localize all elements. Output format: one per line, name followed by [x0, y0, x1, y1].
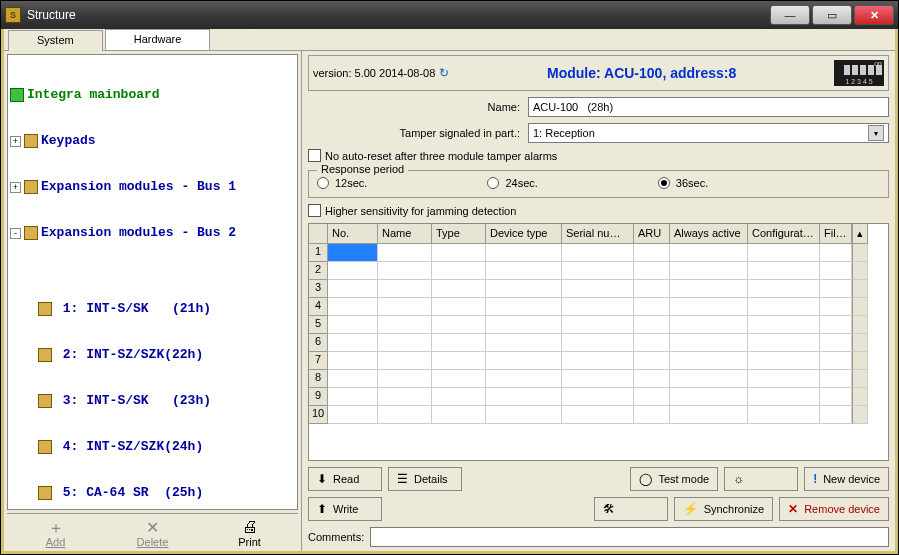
folder-icon [24, 134, 38, 148]
window-title: Structure [27, 8, 76, 22]
radio-12sec[interactable] [317, 177, 329, 189]
table-row[interactable]: 4 [309, 298, 888, 316]
table-row[interactable]: 2 [309, 262, 888, 280]
dip-switch: on 1 2 3 4 5 [834, 60, 884, 86]
board-icon [10, 88, 24, 102]
table-row[interactable]: 1 [309, 244, 888, 262]
test-mode-button[interactable]: ◯Test mode [630, 467, 718, 491]
tabstrip: System Hardware [4, 29, 895, 51]
tree-node-bus2[interactable]: -Expansion modules - Bus 2 [10, 225, 295, 241]
tree-item[interactable]: 2: INT-SZ/SZK(22h) [38, 347, 295, 363]
left-toolbar: ＋ Add ✕ Delete 🖨 Print [7, 513, 298, 548]
tree-item[interactable]: 4: INT-SZ/SZK(24h) [38, 439, 295, 455]
icon-button[interactable]: ☼ [724, 467, 798, 491]
table-row[interactable]: 8 [309, 370, 888, 388]
details-button[interactable]: ☰Details [388, 467, 462, 491]
folder-icon [24, 180, 38, 194]
scroll-up-icon[interactable]: ▴ [852, 224, 868, 244]
chevron-down-icon: ▾ [868, 125, 884, 141]
module-icon [38, 348, 52, 362]
circle-icon: ◯ [639, 472, 652, 486]
refresh-icon[interactable]: ↻ [439, 66, 449, 80]
close-button[interactable]: ✕ [854, 5, 894, 25]
module-icon [38, 394, 52, 408]
radio-24sec[interactable] [487, 177, 499, 189]
action-bar: ⬇Read ☰Details ⬆Write ◯Test mode ☼ !New … [308, 467, 889, 521]
collapse-icon[interactable]: - [10, 228, 21, 239]
print-button[interactable]: 🖨 Print [220, 518, 280, 548]
write-button[interactable]: ⬆Write [308, 497, 382, 521]
ring-icon: ☼ [733, 472, 744, 486]
tree-node-bus1[interactable]: +Expansion modules - Bus 1 [10, 179, 295, 195]
tamper-combo[interactable]: 1: Reception ▾ [528, 123, 889, 143]
left-pane: Integra mainboard +Keypads +Expansion mo… [4, 51, 302, 551]
table-row[interactable]: 3 [309, 280, 888, 298]
devices-grid[interactable]: No. Name Type Device type Serial number … [308, 223, 889, 461]
download-icon: ⬇ [317, 472, 327, 486]
hardware-tree[interactable]: Integra mainboard +Keypads +Expansion mo… [7, 54, 298, 510]
module-header: version: 5.00 2014-08-08↻ Module: ACU-10… [308, 55, 889, 91]
table-row[interactable]: 7 [309, 352, 888, 370]
comments-input[interactable] [370, 527, 889, 547]
jamming-label: Higher sensitivity for jamming detection [325, 205, 516, 217]
read-button[interactable]: ⬇Read [308, 467, 382, 491]
structure-window: S Structure — ▭ ✕ System Hardware Integr… [0, 0, 899, 555]
x-icon: ✕ [146, 518, 159, 536]
expand-icon[interactable]: + [10, 136, 21, 147]
module-icon [38, 486, 52, 500]
table-row[interactable]: 5 [309, 316, 888, 334]
expand-icon[interactable]: + [10, 182, 21, 193]
tab-system[interactable]: System [8, 30, 103, 51]
radio-36sec[interactable] [658, 177, 670, 189]
module-icon [38, 302, 52, 316]
autoreset-label: No auto-reset after three module tamper … [325, 150, 557, 162]
bolt-icon: ⚡ [683, 502, 698, 516]
module-icon [38, 440, 52, 454]
table-row[interactable]: 6 [309, 334, 888, 352]
tree-item[interactable]: 5: CA-64 SR (25h) [38, 485, 295, 501]
new-device-button[interactable]: !New device [804, 467, 889, 491]
tree-item[interactable]: 3: INT-S/SK (23h) [38, 393, 295, 409]
titlebar: S Structure — ▭ ✕ [1, 1, 898, 29]
app-icon: S [5, 7, 21, 23]
name-label: Name: [308, 101, 528, 113]
tree-item[interactable]: 1: INT-S/SK (21h) [38, 301, 295, 317]
tree-node-keypads[interactable]: +Keypads [10, 133, 295, 149]
tools-icon: 🛠 [603, 502, 615, 516]
exclaim-icon: ! [813, 472, 817, 486]
grid-header: No. Name Type Device type Serial number … [309, 224, 888, 244]
tab-hardware[interactable]: Hardware [105, 29, 211, 50]
maximize-button[interactable]: ▭ [812, 5, 852, 25]
x-icon: ✕ [788, 502, 798, 516]
right-pane: version: 5.00 2014-08-08↻ Module: ACU-10… [302, 51, 895, 551]
autoreset-checkbox[interactable] [308, 149, 321, 162]
module-title: Module: ACU-100, address:8 [449, 65, 834, 81]
version-text: version: 5.00 2014-08-08↻ [313, 66, 449, 80]
upload-icon: ⬆ [317, 502, 327, 516]
remove-device-button[interactable]: ✕Remove device [779, 497, 889, 521]
plus-icon: ＋ [48, 518, 64, 536]
name-input[interactable] [528, 97, 889, 117]
list-icon: ☰ [397, 472, 408, 486]
table-row[interactable]: 10 [309, 406, 888, 424]
synchronize-button[interactable]: ⚡Synchronize [674, 497, 774, 521]
comments-label: Comments: [308, 531, 364, 543]
table-row[interactable]: 9 [309, 388, 888, 406]
tamper-label: Tamper signaled in part.: [308, 127, 528, 139]
response-period-group: Response period 12sec. 24sec. 36sec. [308, 170, 889, 198]
tools-button[interactable]: 🛠 [594, 497, 668, 521]
add-button: ＋ Add [26, 518, 86, 548]
tree-node-mainboard[interactable]: Integra mainboard [10, 87, 295, 103]
printer-icon: 🖨 [242, 518, 258, 536]
jamming-checkbox[interactable] [308, 204, 321, 217]
minimize-button[interactable]: — [770, 5, 810, 25]
folder-icon [24, 226, 38, 240]
delete-button: ✕ Delete [123, 518, 183, 548]
